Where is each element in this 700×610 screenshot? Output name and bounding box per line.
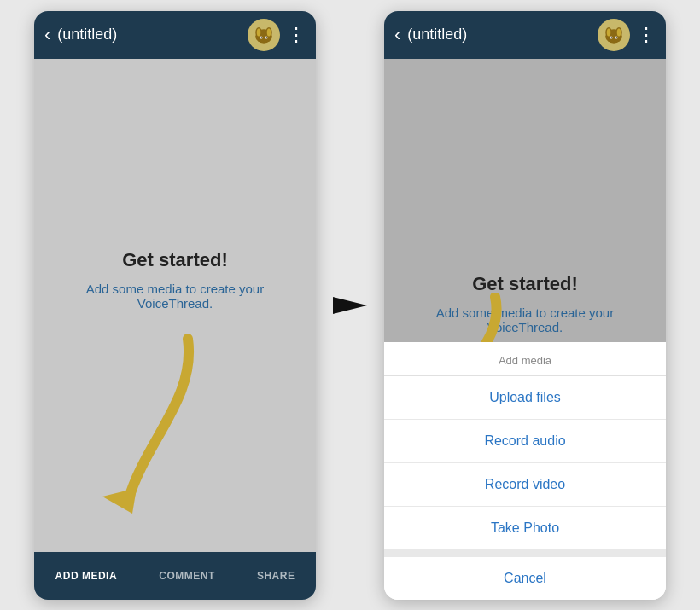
right-back-button[interactable]: ‹	[394, 24, 400, 46]
record-video-item[interactable]: Record video	[384, 463, 666, 507]
modal-header: Add media	[384, 342, 666, 376]
svg-point-7	[261, 37, 263, 38]
right-title: (untitled)	[407, 26, 598, 44]
right-top-bar: ‹ (untitled) ⋮	[384, 11, 666, 59]
left-bottom-bar: ADD MEDIA COMMENT SHARE	[34, 552, 316, 600]
right-more-button[interactable]: ⋮	[637, 24, 656, 46]
svg-point-18	[611, 37, 613, 38]
left-content-wrapper: Get started! Add some media to create yo…	[34, 59, 316, 552]
take-photo-item[interactable]: Take Photo	[384, 507, 666, 550]
share-button[interactable]: SHARE	[247, 563, 306, 589]
add-media-button[interactable]: ADD MEDIA	[45, 563, 128, 589]
left-phone: ‹ (untitled) ⋮	[34, 11, 316, 600]
left-phone-content: Get started! Add some media to create yo…	[34, 59, 316, 552]
svg-point-15	[617, 28, 621, 36]
svg-point-14	[607, 28, 611, 36]
comment-button[interactable]: COMMENT	[149, 563, 225, 589]
right-content-wrapper: Get started! Add some media to create yo…	[384, 59, 666, 600]
upload-files-item[interactable]: Upload files	[384, 376, 666, 420]
right-logo	[598, 19, 630, 51]
svg-point-4	[267, 28, 271, 36]
add-media-modal: Add media Upload files Record audio Reco…	[384, 342, 666, 600]
cancel-button[interactable]: Cancel	[384, 550, 666, 600]
left-title: (untitled)	[57, 26, 248, 44]
left-back-button[interactable]: ‹	[44, 24, 50, 46]
svg-point-19	[616, 37, 618, 38]
left-arrow-decoration	[77, 330, 230, 518]
left-more-button[interactable]: ⋮	[287, 24, 306, 46]
record-audio-item[interactable]: Record audio	[384, 420, 666, 463]
svg-point-3	[257, 28, 261, 36]
left-subtitle: Add some media to create your VoiceThrea…	[51, 282, 299, 311]
left-top-bar: ‹ (untitled) ⋮	[34, 11, 316, 59]
svg-point-8	[266, 37, 268, 38]
app-container: ‹ (untitled) ⋮	[0, 0, 700, 610]
svg-marker-10	[333, 297, 367, 314]
right-phone: ‹ (untitled) ⋮	[384, 11, 666, 600]
right-phone-content: Get started! Add some media to create yo…	[384, 59, 666, 600]
left-get-started: Get started!	[51, 249, 299, 271]
transition-arrow	[316, 288, 384, 322]
left-logo	[248, 19, 280, 51]
svg-marker-9	[102, 488, 137, 514]
